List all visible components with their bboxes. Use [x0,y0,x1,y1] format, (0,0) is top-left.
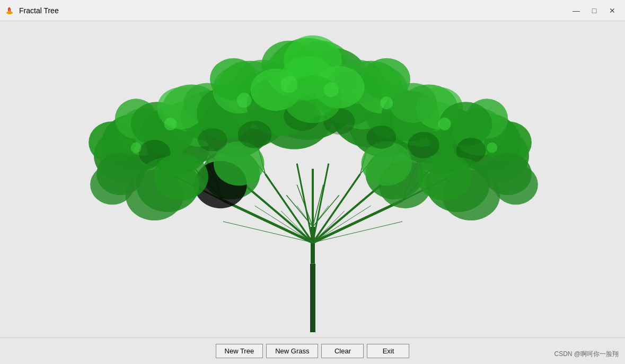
new-grass-button[interactable]: New Grass [266,344,318,358]
svg-point-106 [238,121,272,148]
clear-button[interactable]: Clear [321,344,364,358]
title-bar-left: Fractal Tree [4,5,59,16]
title-bar: Fractal Tree — □ ✕ [0,0,625,21]
svg-point-130 [380,96,393,109]
svg-point-129 [324,82,339,97]
svg-line-37 [313,206,371,243]
exit-button[interactable]: Exit [367,344,409,358]
svg-point-133 [487,143,497,153]
svg-line-3 [223,200,313,243]
tree-visualization [0,21,625,338]
svg-line-31 [297,184,313,227]
window-title: Fractal Tree [19,6,59,15]
svg-point-122 [154,153,208,201]
watermark-text: CSDN @啊呵你一脸翔 [554,350,619,359]
svg-point-103 [362,141,412,186]
java-icon [4,5,15,16]
bottom-bar: New Tree New Grass Clear Exit CSDN @啊呵你一… [0,338,625,364]
svg-point-110 [408,132,439,158]
svg-point-91 [389,83,437,123]
svg-line-6 [313,200,402,243]
svg-point-125 [417,153,472,201]
svg-line-36 [255,206,313,243]
svg-point-127 [237,93,252,108]
svg-point-119 [494,165,538,205]
svg-point-126 [164,118,177,130]
svg-point-128 [280,76,297,93]
minimize-button[interactable]: — [568,3,585,18]
svg-point-132 [131,143,142,153]
title-bar-controls: — □ ✕ [568,3,621,18]
svg-point-0 [6,11,13,14]
svg-point-105 [198,128,227,152]
maximize-button[interactable]: □ [586,3,603,18]
canvas-area [0,21,625,338]
svg-point-131 [438,118,451,130]
new-tree-button[interactable]: New Tree [216,344,263,358]
close-button[interactable]: ✕ [604,3,621,18]
svg-point-109 [366,126,396,149]
